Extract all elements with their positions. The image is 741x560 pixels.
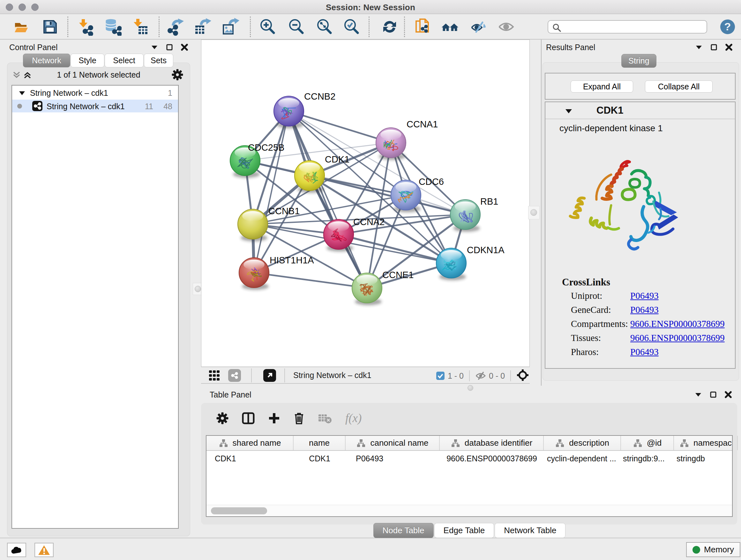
import-table-button[interactable] [131,18,149,36]
network-options-gear-icon[interactable] [172,69,183,80]
table-column-header[interactable]: namespac [674,436,738,450]
network-node-CCNA2[interactable] [324,219,354,252]
tab-sets[interactable]: Sets [144,54,173,67]
delete-table-icon[interactable] [318,413,332,424]
tree-expander-icon[interactable] [18,90,25,96]
panel-menu-icon[interactable] [694,391,702,398]
right-splitter-handle[interactable] [530,209,537,216]
zoom-in-button[interactable] [259,18,277,36]
function-builder-button[interactable]: f(x) [345,411,361,425]
help-button[interactable]: ? [719,18,737,36]
panel-float-icon[interactable] [710,391,717,398]
panel-close-icon[interactable] [724,391,732,398]
network-tab-content: 1 of 1 Network selected [7,63,190,537]
tab-style[interactable]: Style [71,54,105,67]
import-database-button[interactable] [104,18,122,36]
table-column-header[interactable]: database identifier [440,436,544,450]
add-column-icon[interactable] [268,412,280,424]
table-tab-network-table[interactable]: Network Table [495,523,565,538]
open-in-window-button[interactable] [263,369,276,382]
selected-checkbox-icon[interactable] [436,371,445,380]
network-row-selected[interactable]: String Network – cdk1 11 48 [12,100,178,112]
zoom-fit-icon [316,18,334,36]
network-node-CCNE1[interactable] [352,273,382,305]
home-button[interactable] [441,18,459,36]
expand-all-button[interactable]: Expand All [570,80,633,92]
hide-details-button[interactable] [470,18,488,36]
network-canvas[interactable]: CCNB2CCNA1CDC25BCDK1CDC6RB1CCNB1CCNA2CDK… [201,40,530,367]
crosslink-link[interactable]: 9606.ENSP00000378699 [630,333,725,343]
warnings-button[interactable] [35,543,54,557]
network-node-CDK1[interactable] [294,161,325,193]
crosslink-link[interactable]: P06493 [630,305,659,315]
network-node-HIST1H1A[interactable] [239,258,269,290]
table-column-header[interactable]: description [544,436,621,450]
memory-button[interactable]: Memory [686,542,740,557]
show-details-button[interactable] [497,18,515,36]
table-tab-edge-table[interactable]: Edge Table [434,523,494,538]
network-node-CDKN1A[interactable] [436,248,466,280]
node-label-RB1: RB1 [480,196,498,206]
zoom-selected-button[interactable] [343,18,361,36]
network-edge[interactable] [254,273,367,288]
export-table-button[interactable] [193,18,211,36]
collapse-all-button[interactable]: Collapse All [645,80,713,92]
network-node-CCNB2[interactable] [274,96,304,128]
table-tab-node-table[interactable]: Node Table [374,523,434,538]
network-graph[interactable]: CCNB2CCNA1CDC25BCDK1CDC6RB1CCNB1CCNA2CDK… [201,40,530,367]
gene-expander-icon[interactable] [564,108,573,115]
table-column-header[interactable]: @id [621,436,674,450]
panel-menu-icon[interactable] [695,44,703,51]
import-network-button[interactable] [76,18,94,36]
network-share-button[interactable] [228,369,241,382]
tab-select[interactable]: Select [105,54,144,67]
table-column-header[interactable]: name [293,436,346,450]
birdseye-icon[interactable] [516,369,529,381]
crosslink-link[interactable]: P06493 [630,347,659,357]
search-box [548,20,707,34]
network-edge[interactable] [289,111,391,143]
network-collection-row[interactable]: String Network – cdk1 1 [12,87,178,100]
network-node-CCNB1[interactable] [238,209,268,241]
panel-float-icon[interactable] [166,44,173,51]
tab-string[interactable]: String [621,54,657,68]
right-splitter[interactable] [528,206,540,219]
split-panel-icon[interactable] [242,412,255,424]
network-node-CDC6[interactable] [391,180,421,212]
open-session-button[interactable] [12,18,30,36]
cloud-status-button[interactable] [7,543,26,557]
zoom-out-button[interactable] [288,18,306,36]
hscrollbar-thumb[interactable] [211,507,267,514]
table-hscrollbar[interactable] [206,505,732,516]
panel-close-icon[interactable] [181,44,188,51]
zoom-fit-button[interactable] [316,18,334,36]
crosslink-link[interactable]: 9606.ENSP00000378699 [630,319,725,329]
save-session-button[interactable] [41,18,59,36]
tab-network[interactable]: Network [23,54,70,67]
toolbar-separator [368,17,369,37]
table-row[interactable]: CDK1CDK1P064939606.ENSP00000378699cyclin… [206,451,732,465]
refresh-button[interactable] [381,18,399,36]
export-network-button[interactable] [166,18,185,36]
table-column-header[interactable]: canonical name [346,436,440,450]
panel-menu-icon[interactable] [151,44,158,51]
crosslink-link[interactable]: P06493 [630,291,659,301]
left-splitter-handle[interactable] [195,286,201,292]
hidden-eye-icon[interactable] [475,371,486,380]
search-input[interactable] [563,21,703,32]
clone-network-button[interactable] [414,18,431,36]
panel-close-icon[interactable] [725,44,733,51]
column-label: namespac [693,438,732,448]
grid-view-button[interactable] [208,369,221,382]
import-table-icon [131,18,149,36]
network-node-RB1[interactable] [450,199,480,232]
export-image-button[interactable] [221,18,239,36]
table-column-header[interactable]: shared name [206,436,293,450]
table-gear-icon[interactable] [216,412,228,424]
network-node-CCNA1[interactable] [376,128,406,160]
zoom-in-icon [259,18,277,36]
crosslink-label: Compartments: [571,319,630,329]
panel-float-icon[interactable] [711,44,718,51]
delete-trash-icon[interactable] [293,412,305,425]
memory-status-dot [692,546,700,554]
